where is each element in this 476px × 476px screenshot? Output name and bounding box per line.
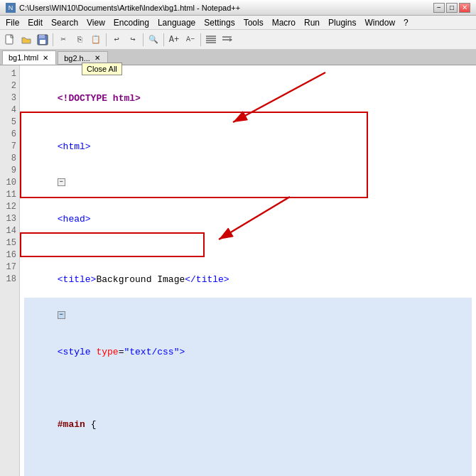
line-num-14: 14 xyxy=(3,225,16,237)
window-controls[interactable]: − □ ✕ xyxy=(433,3,470,13)
code-line-7: background-image: url('bunga.jpg'); xyxy=(24,443,472,476)
line-num-13: 13 xyxy=(3,213,16,225)
find-button[interactable]: 🔍 xyxy=(146,32,161,48)
menu-plugins[interactable]: Plugins xyxy=(324,16,360,29)
tab-bg2-close[interactable]: ✕ xyxy=(93,54,102,63)
line-num-5: 5 xyxy=(3,117,16,129)
tab-bg2-label: bg2.h... xyxy=(64,54,90,63)
menu-settings[interactable]: Settings xyxy=(200,16,239,29)
line-num-4: 4 xyxy=(3,104,16,117)
line-num-1: 1 xyxy=(3,68,16,80)
svg-rect-3 xyxy=(39,35,45,38)
undo-button[interactable]: ↩ xyxy=(109,32,124,48)
toolbar-sep-5 xyxy=(200,33,201,46)
zoom-in-button[interactable]: A+ xyxy=(166,32,182,48)
menu-edit[interactable]: Edit xyxy=(23,16,47,29)
menu-file[interactable]: File xyxy=(1,16,23,29)
copy-button[interactable]: ⎘ xyxy=(72,32,87,48)
menu-search[interactable]: Search xyxy=(47,16,82,29)
menu-run[interactable]: Run xyxy=(300,16,324,29)
indent-button[interactable] xyxy=(203,32,219,48)
menu-language[interactable]: Language xyxy=(153,16,200,29)
editor: 1 2 3 4 5 6 7 8 9 10 11 12 13 14 15 16 1… xyxy=(0,65,476,476)
minimize-button[interactable]: − xyxy=(433,3,445,13)
line-num-3: 3 xyxy=(3,92,16,104)
menu-view[interactable]: View xyxy=(82,16,109,29)
code-line-5: − <style type="text/css"> xyxy=(24,298,472,370)
window-title: C:\Users\WIN10\Documents\Artikel\Index\b… xyxy=(19,4,433,12)
tab-bg1[interactable]: bg1.html ✕ xyxy=(2,50,56,65)
app-icon: N xyxy=(6,3,16,13)
svg-rect-4 xyxy=(40,40,45,44)
code-area[interactable]: <!DOCTYPE html> <html> − <head> <title>B… xyxy=(20,65,476,476)
line-num-9: 9 xyxy=(3,165,16,177)
close-all-tooltip[interactable]: Close All xyxy=(82,63,122,75)
title-bar: N C:\Users\WIN10\Documents\Artikel\Index… xyxy=(0,0,476,16)
menu-encoding[interactable]: Encoding xyxy=(109,16,153,29)
fold-style[interactable]: − xyxy=(58,311,65,319)
line-numbers: 1 2 3 4 5 6 7 8 9 10 11 12 13 14 15 16 1… xyxy=(0,65,20,476)
code-line-4: <title>Background Image</title> xyxy=(24,237,472,298)
line-num-16: 16 xyxy=(3,249,16,261)
line-num-10: 10 xyxy=(3,177,16,189)
menu-tools[interactable]: Tools xyxy=(239,16,268,29)
code-line-2: <html> xyxy=(24,117,472,165)
menu-macro[interactable]: Macro xyxy=(268,16,300,29)
save-button[interactable] xyxy=(35,32,50,48)
close-button[interactable]: ✕ xyxy=(459,3,470,13)
line-num-2: 2 xyxy=(3,80,16,92)
tab-bar: bg1.html ✕ bg2.h... ✕ Close All xyxy=(0,50,476,65)
new-button[interactable] xyxy=(2,32,18,48)
redo-button[interactable]: ↪ xyxy=(125,32,141,48)
line-num-7: 7 xyxy=(3,141,16,153)
zoom-out-button[interactable]: A− xyxy=(183,32,198,48)
wrap-button[interactable] xyxy=(220,32,235,48)
toolbar-sep-4 xyxy=(163,33,164,46)
line-num-17: 17 xyxy=(3,261,16,274)
code-line-1: <!DOCTYPE html> xyxy=(24,68,472,117)
tab-bg1-label: bg1.html xyxy=(9,53,38,62)
cut-button[interactable]: ✂ xyxy=(55,32,71,48)
line-num-15: 15 xyxy=(3,237,16,249)
tab-bg1-close[interactable]: ✕ xyxy=(41,53,50,62)
paste-button[interactable]: 📋 xyxy=(88,32,104,48)
line-num-11: 11 xyxy=(3,189,16,201)
menu-help[interactable]: ? xyxy=(399,16,413,29)
maximize-button[interactable]: □ xyxy=(446,3,458,13)
toolbar-sep-2 xyxy=(106,33,107,46)
fold-head[interactable]: − xyxy=(58,178,65,186)
toolbar: ✂ ⎘ 📋 ↩ ↪ 🔍 A+ A− xyxy=(0,30,476,50)
toolbar-sep-1 xyxy=(53,33,53,46)
code-line-3: − <head> xyxy=(24,165,472,237)
menu-bar: File Edit Search View Encoding Language … xyxy=(0,16,476,30)
open-button[interactable] xyxy=(18,32,34,48)
line-num-12: 12 xyxy=(3,201,16,213)
line-num-8: 8 xyxy=(3,153,16,165)
toolbar-sep-3 xyxy=(143,33,144,46)
code-line-6: #main { xyxy=(24,370,472,443)
line-num-18: 18 xyxy=(3,274,16,286)
line-num-6: 6 xyxy=(3,129,16,141)
menu-window[interactable]: Window xyxy=(360,16,399,29)
